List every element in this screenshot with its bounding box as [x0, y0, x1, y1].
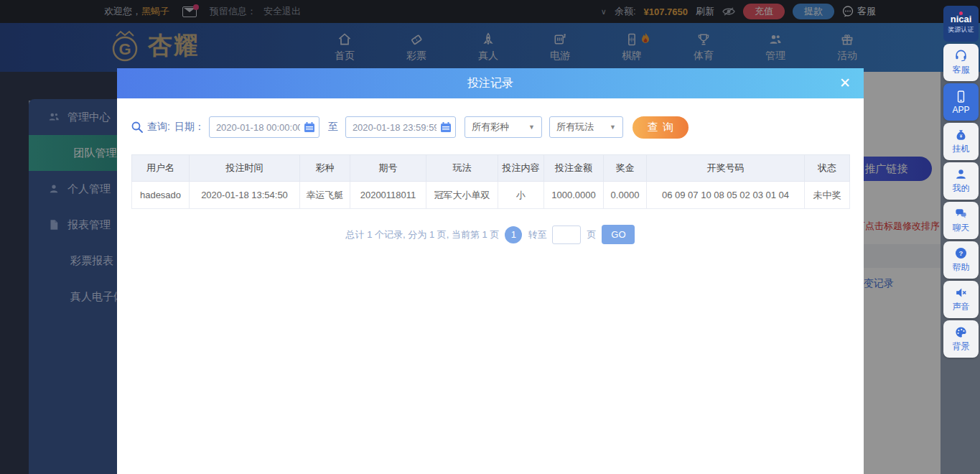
col-lottery[interactable]: 彩种 — [300, 155, 350, 182]
query-toolbar: 查询: 日期： 至 所有彩种▼ 所有玩法▼ 查询 — [131, 116, 689, 138]
date-to-input[interactable] — [345, 116, 456, 138]
modal-title: 投注记录 — [467, 76, 513, 91]
cell-play: 冠军大小单双 — [426, 182, 498, 209]
search-icon — [131, 121, 143, 133]
pagination: 总计 1 个记录, 分为 1 页, 当前第 1 页 1 转至 页 GO — [117, 225, 864, 244]
cell-issue: 20200118011 — [350, 182, 426, 209]
col-bet-amount[interactable]: 投注金额 — [544, 155, 604, 182]
date-from-input[interactable] — [209, 116, 319, 138]
table-row: hadesado 2020-01-18 13:54:50 幸运飞艇 202001… — [132, 182, 850, 209]
rail-item-label: 背景 — [953, 340, 970, 353]
cell-username: hadesado — [132, 182, 190, 209]
date-to-wrap — [345, 116, 456, 138]
cell-status: 未中奖 — [805, 182, 850, 209]
pagination-summary: 总计 1 个记录, 分为 1 页, 当前第 1 页 — [346, 228, 500, 241]
page-1-button[interactable]: 1 — [505, 226, 522, 243]
goto-page-input[interactable] — [552, 226, 581, 244]
question-icon: ? — [954, 246, 968, 260]
cell-bet-content: 小 — [498, 182, 544, 209]
rail-item-mine[interactable]: 我的 — [943, 162, 979, 200]
rail-item-label: 我的 — [953, 182, 970, 195]
goto-label: 转至 — [528, 228, 546, 241]
nicai-logo: nicai — [951, 14, 972, 24]
rail-item-label: 客服 — [953, 64, 970, 76]
table-header-row: 用户名 投注时间 彩种 期号 玩法 投注内容 投注金额 奖金 开奖号码 状态 — [132, 155, 850, 182]
speaker-muted-icon — [954, 286, 968, 299]
modal-title-bar: 投注记录 ✕ — [117, 68, 864, 98]
select-arrow-icon: ▼ — [610, 124, 616, 131]
date-label: 日期： — [174, 121, 205, 134]
rail-item-chat[interactable]: 聊天 — [943, 202, 979, 239]
play-type-select[interactable]: 所有玩法▼ — [549, 116, 623, 138]
palette-icon — [954, 325, 968, 339]
rail-item-label: 声音 — [953, 301, 970, 313]
col-draw-numbers[interactable]: 开奖号码 — [647, 155, 805, 182]
svg-text:¥: ¥ — [960, 134, 963, 139]
col-status[interactable]: 状态 — [805, 155, 850, 182]
money-bag-icon: ¥ — [954, 128, 968, 141]
cell-lottery: 幸运飞艇 — [300, 182, 350, 209]
rail-item-app[interactable]: APP — [943, 83, 979, 121]
go-button[interactable]: GO — [602, 225, 635, 244]
cell-draw-numbers: 06 09 07 10 08 05 02 03 01 04 — [647, 182, 805, 209]
rail-item-label: APP — [952, 105, 969, 115]
play-type-value: 所有玩法 — [556, 121, 594, 134]
col-username[interactable]: 用户名 — [132, 155, 190, 182]
chat-bubbles-icon — [954, 207, 968, 220]
select-arrow-icon: ▼ — [528, 124, 535, 131]
rail-item-service[interactable]: 客服 — [943, 44, 979, 81]
close-icon[interactable]: ✕ — [836, 75, 854, 92]
date-from-wrap — [209, 116, 319, 138]
rail-item-sound[interactable]: 声音 — [943, 281, 979, 318]
lottery-type-value: 所有彩种 — [472, 121, 509, 134]
cell-bet-amount: 1000.0000 — [544, 182, 604, 209]
svg-text:?: ? — [959, 249, 963, 257]
to-label: 至 — [328, 121, 338, 134]
cell-bet-time: 2020-01-18 13:54:50 — [190, 182, 300, 209]
rail-item-help[interactable]: ? 帮助 — [943, 241, 979, 279]
bet-records-table: 用户名 投注时间 彩种 期号 玩法 投注内容 投注金额 奖金 开奖号码 状态 h… — [131, 154, 850, 209]
col-play[interactable]: 玩法 — [426, 155, 498, 182]
nicai-red-dot — [959, 11, 963, 15]
rail-item-label: 帮助 — [953, 261, 970, 274]
col-issue[interactable]: 期号 — [350, 155, 426, 182]
page-unit-label: 页 — [587, 228, 596, 241]
cert-label: 奖源认证 — [948, 25, 974, 34]
cell-prize: 0.0000 — [604, 182, 647, 209]
col-bet-content[interactable]: 投注内容 — [498, 155, 544, 182]
rail-item-autobet[interactable]: ¥ 挂机 — [943, 123, 979, 160]
headset-icon — [954, 49, 968, 62]
bet-records-modal: 投注记录 ✕ 查询: 日期： 至 所有彩种▼ 所有玩法▼ 查询 用户名 — [117, 68, 864, 474]
nicai-cert-badge[interactable]: nicai 奖源认证 — [943, 6, 979, 42]
rail-item-label: 挂机 — [953, 143, 970, 155]
person-icon — [954, 167, 968, 181]
query-label: 查询: — [147, 121, 170, 134]
rail-item-label: 聊天 — [953, 222, 970, 234]
phone-icon — [954, 90, 968, 103]
right-tool-rail: nicai 奖源认证 客服 APP ¥ 挂机 我的 聊天 ? 帮助 声音 背景 — [943, 6, 979, 358]
rail-item-background[interactable]: 背景 — [943, 320, 979, 358]
lottery-type-select[interactable]: 所有彩种▼ — [465, 116, 542, 138]
query-submit-button[interactable]: 查询 — [633, 116, 689, 139]
col-prize[interactable]: 奖金 — [604, 155, 647, 182]
col-bet-time[interactable]: 投注时间 — [190, 155, 300, 182]
